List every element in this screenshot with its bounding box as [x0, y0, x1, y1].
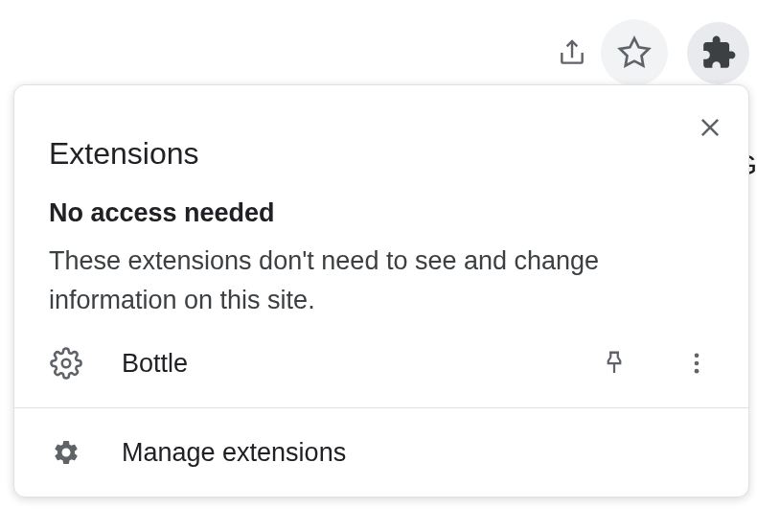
manage-extensions-label: Manage extensions — [122, 438, 346, 468]
bookmark-button[interactable] — [601, 19, 668, 86]
share-icon — [557, 37, 587, 68]
extensions-button[interactable] — [687, 22, 749, 84]
puzzle-icon — [700, 35, 737, 71]
gear-filled-icon — [52, 438, 80, 467]
extension-row[interactable]: Bottle — [14, 319, 748, 407]
share-button[interactable] — [548, 29, 596, 77]
svg-point-3 — [62, 359, 71, 368]
extension-name: Bottle — [122, 349, 568, 379]
section-description: These extensions don't need to see and c… — [14, 228, 748, 319]
pushpin-icon — [600, 349, 629, 378]
more-button[interactable] — [679, 346, 714, 381]
svg-point-8 — [695, 369, 700, 374]
more-vertical-icon — [683, 350, 710, 377]
section-heading: No access needed — [14, 172, 748, 228]
star-icon — [617, 35, 652, 70]
close-icon — [697, 114, 723, 141]
pin-button[interactable] — [597, 346, 631, 381]
svg-point-7 — [695, 361, 700, 366]
svg-marker-0 — [620, 38, 649, 66]
popup-header: Extensions — [14, 85, 748, 172]
close-button[interactable] — [691, 108, 729, 147]
extension-icon — [49, 346, 83, 381]
gear-icon — [50, 347, 82, 380]
footer-icon — [49, 435, 83, 470]
manage-extensions-button[interactable]: Manage extensions — [14, 408, 748, 497]
toolbar-icons-group — [548, 19, 757, 86]
extensions-popup: Extensions No access needed These extens… — [13, 84, 749, 497]
svg-point-6 — [695, 354, 700, 359]
popup-title: Extensions — [49, 136, 199, 172]
